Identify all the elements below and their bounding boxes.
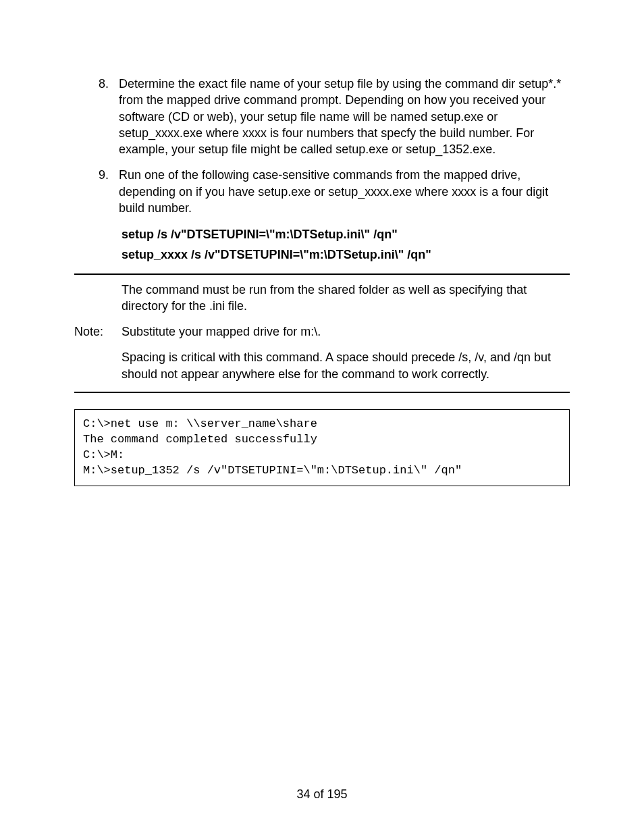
terminal-output: C:\>net use m: \\server_name\share The c… <box>74 409 570 486</box>
divider <box>74 392 570 393</box>
list-item: Run one of the following case-sensitive … <box>112 167 570 216</box>
document-page: Determine the exact file name of your se… <box>0 0 644 834</box>
note-paragraph: Substitute your mapped drive for m:\. <box>122 323 570 340</box>
note-block: The command must be run from the shared … <box>74 282 570 382</box>
command-line: setup_xxxx /s /v"DTSETUPINI=\"m:\DTSetup… <box>122 246 570 263</box>
divider <box>74 273 570 275</box>
command-line: setup /s /v"DTSETUPINI=\"m:\DTSetup.ini\… <box>122 226 570 243</box>
note-paragraph: The command must be run from the shared … <box>122 282 570 315</box>
page-number: 34 of 195 <box>0 787 644 802</box>
note-paragraph: Spacing is critical with this command. A… <box>122 349 570 382</box>
note-label: Note: <box>74 323 122 340</box>
list-item-text: Determine the exact file name of your se… <box>119 77 561 156</box>
command-block: setup /s /v"DTSETUPINI=\"m:\DTSetup.ini\… <box>122 226 570 263</box>
list-item: Determine the exact file name of your se… <box>112 76 570 157</box>
list-item-text: Run one of the following case-sensitive … <box>119 168 548 215</box>
note-row: Note: Substitute your mapped drive for m… <box>74 323 570 340</box>
ordered-list: Determine the exact file name of your se… <box>74 76 570 216</box>
